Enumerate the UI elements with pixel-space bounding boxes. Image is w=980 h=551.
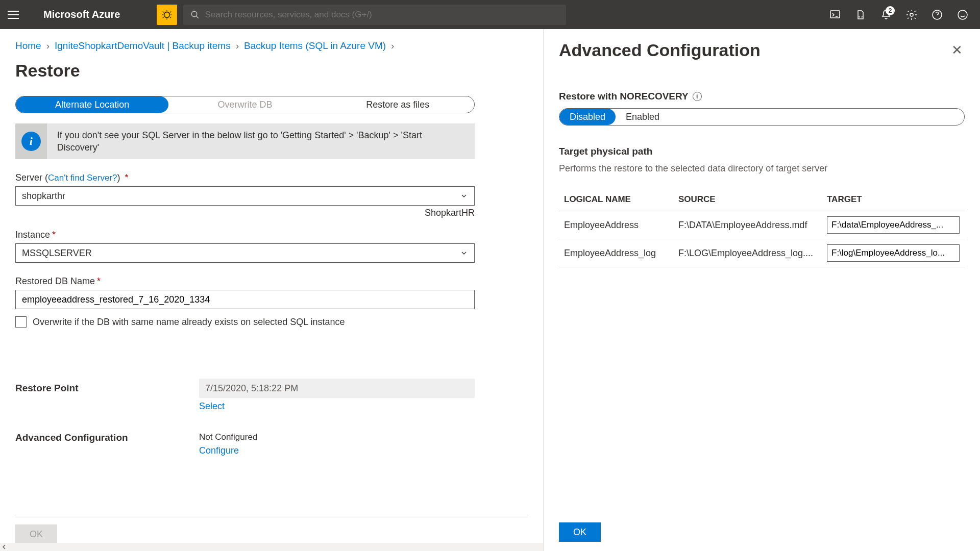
th-logical: LOGICAL NAME [559,188,673,211]
ok-button[interactable]: OK [15,524,57,544]
info-banner: i If you don't see your SQL Server in th… [15,123,475,159]
overwrite-checkbox[interactable] [15,316,27,328]
search-icon [190,10,200,19]
targetpath-desc: Performs the restore to the selected dat… [559,163,965,174]
svg-point-6 [958,10,967,19]
toggle-disabled[interactable]: Disabled [559,109,616,125]
norecovery-toggle: Disabled Enabled [559,108,965,126]
breadcrumb: Home › IgniteShopkartDemoVault | Backup … [15,40,528,52]
settings-gear-icon[interactable] [902,5,921,24]
info-icon: i [15,123,47,159]
scroll-left-icon[interactable] [0,543,543,551]
notifications-icon[interactable]: 2 [876,5,896,24]
directory-switch-icon[interactable] [851,5,870,24]
server-select[interactable]: shopkarthr [15,186,475,206]
th-target: TARGET [822,188,965,211]
bug-icon[interactable] [157,5,177,25]
toggle-enabled[interactable]: Enabled [616,109,670,125]
advanced-config-panel: Advanced Configuration ✕ Restore with NO… [544,29,980,551]
tab-restore-as-files[interactable]: Restore as files [322,96,474,113]
hamburger-menu-icon[interactable] [8,8,22,22]
select-restore-point-link[interactable]: Select [199,401,225,412]
search-input[interactable] [205,10,559,20]
cell-logical: EmployeeAddress_log [559,239,673,267]
server-hint: ShopkartHR [15,208,475,218]
server-label: Server (Can't find Server?) * [15,172,528,183]
feedback-smile-icon[interactable] [953,5,972,24]
close-icon[interactable]: ✕ [949,40,965,60]
info-message: If you don't see your SQL Server in the … [47,124,475,159]
paths-table: LOGICAL NAME SOURCE TARGET EmployeeAddre… [559,188,965,267]
chevron-down-icon [460,249,468,257]
th-source: SOURCE [673,188,822,211]
panel-ok-button[interactable]: OK [559,522,601,542]
instance-label: Instance* [15,230,528,240]
breadcrumb-vault[interactable]: IgniteShopkartDemoVault | Backup items [55,40,231,52]
norecovery-label: Restore with NORECOVERY i [559,91,965,102]
restore-blade: Home › IgniteShopkartDemoVault | Backup … [0,29,544,551]
configure-link[interactable]: Configure [199,445,239,456]
advconfig-label: Advanced Configuration [15,432,199,443]
help-icon[interactable] [927,5,947,24]
chevron-down-icon [460,192,468,200]
tab-alternate-location[interactable]: Alternate Location [16,96,168,113]
page-title: Restore [15,61,528,81]
cant-find-server-link[interactable]: Can't find Server? [48,173,117,183]
svg-point-1 [192,11,198,17]
cell-source: F:\LOG\EmployeeAddress_log.... [673,239,822,267]
cell-logical: EmployeeAddress [559,211,673,239]
table-row: EmployeeAddress F:\DATA\EmployeeAddress.… [559,211,965,239]
brand-label: Microsoft Azure [43,9,120,20]
svg-rect-3 [830,11,840,18]
table-row: EmployeeAddress_log F:\LOG\EmployeeAddre… [559,239,965,267]
targetpath-label: Target physical path [559,146,965,157]
restore-point-value [199,379,475,398]
dbname-input[interactable] [15,290,475,309]
target-input[interactable] [827,244,960,262]
overwrite-label: Overwrite if the DB with same name alrea… [33,317,345,328]
svg-line-2 [197,16,199,18]
restore-location-tabs: Alternate Location Overwrite DB Restore … [15,96,475,113]
cell-source: F:\DATA\EmployeeAddress.mdf [673,211,822,239]
top-bar: Microsoft Azure 2 [0,0,980,29]
breadcrumb-home[interactable]: Home [15,40,41,52]
breadcrumb-backup-items[interactable]: Backup Items (SQL in Azure VM) [244,40,386,52]
svg-point-0 [164,12,170,17]
search-box[interactable] [183,5,566,25]
dbname-label: Restored DB Name* [15,276,528,287]
instance-value: MSSQLSERVER [22,248,92,259]
info-tooltip-icon[interactable]: i [693,92,702,101]
cloud-shell-icon[interactable] [825,5,845,24]
tab-overwrite-db[interactable]: Overwrite DB [168,96,321,113]
restore-point-label: Restore Point [15,383,199,394]
svg-point-4 [910,13,913,16]
instance-select[interactable]: MSSQLSERVER [15,243,475,263]
advconfig-value: Not Configured [199,432,257,442]
notification-badge: 2 [886,6,895,15]
target-input[interactable] [827,216,960,234]
server-value: shopkarthr [22,191,65,202]
panel-title: Advanced Configuration [559,40,761,60]
